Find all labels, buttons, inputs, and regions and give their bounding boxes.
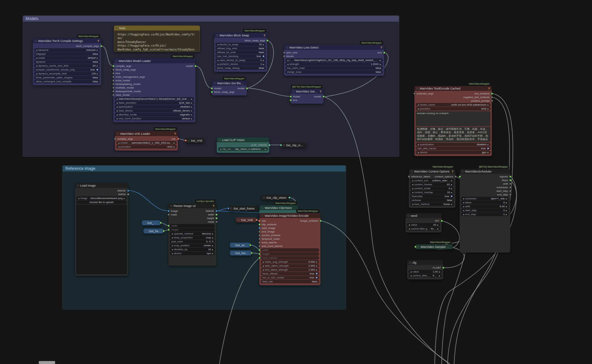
- widget-row[interactable]: scheduler: [461, 186, 509, 189]
- output-port[interactable]: [249, 244, 252, 246]
- widget-value[interactable]: dpm++_sde: [491, 197, 505, 200]
- toggle-on-icon[interactable]: [97, 69, 98, 71]
- widget-row[interactable]: ◀noise_aug_strength0.000▶: [261, 260, 319, 264]
- widget-row[interactable]: modelmodel: [292, 95, 322, 98]
- decrement-arrow-icon[interactable]: ◀: [116, 102, 118, 104]
- widget-row[interactable]: ◀WanVideo\SteadyDancer\Wan2.1-SteadyDanc…: [115, 97, 194, 101]
- increment-arrow-icon[interactable]: ▶: [451, 203, 452, 205]
- widget-row[interactable]: tiled_vaefalse: [261, 280, 319, 283]
- widget-row[interactable]: add_cond_latents: [261, 244, 319, 248]
- decrement-arrow-icon[interactable]: ◀: [116, 106, 118, 108]
- widget-row[interactable]: ◀value1.00▶: [408, 270, 442, 273]
- decrement-arrow-icon[interactable]: ◀: [287, 59, 289, 61]
- widget-value[interactable]: 6: [503, 201, 505, 204]
- collapse-dot-icon[interactable]: [407, 215, 409, 217]
- decrement-arrow-icon[interactable]: ◀: [410, 271, 412, 273]
- node-load-clip-vision[interactable]: Load CLIP VisionCLIP_VISION◀clip_namecli…: [217, 137, 269, 153]
- decrement-arrow-icon[interactable]: ◀: [262, 265, 264, 267]
- widget-value[interactable]: 64: [93, 64, 96, 67]
- collapse-dot-icon[interactable]: [116, 27, 118, 29]
- widget-row[interactable]: end_image: [261, 230, 319, 233]
- converted-input-field[interactable]: num_frames: [262, 256, 277, 259]
- widget-row[interactable]: ◀end_latent_strength1.000▶: [261, 268, 319, 272]
- widget-row[interactable]: ◀fuse_methodlinear▶: [410, 202, 454, 206]
- converted-input-field[interactable]: width: [262, 249, 269, 252]
- node-wanvideo-model-loader[interactable]: WanVideoWrapperWanVideo Model Loadercomp…: [113, 58, 195, 122]
- increment-arrow-icon[interactable]: ▶: [212, 244, 213, 247]
- widget-value[interactable]: offload_device: [173, 109, 190, 112]
- increment-arrow-icon[interactable]: ▶: [439, 274, 440, 277]
- note-text[interactable]: https://huggingface.co/Kijai/WanVideo_co…: [116, 31, 198, 52]
- decrement-arrow-icon[interactable]: ◀: [36, 65, 37, 67]
- decrement-arrow-icon[interactable]: ◀: [171, 252, 173, 254]
- increment-arrow-icon[interactable]: ▶: [506, 197, 507, 200]
- widget-row[interactable]: lora: [115, 71, 194, 75]
- increment-arrow-icon[interactable]: ▶: [212, 233, 213, 235]
- decrement-arrow-icon[interactable]: ◀: [287, 63, 289, 65]
- input-port[interactable]: [258, 257, 261, 259]
- help-icon[interactable]: ?: [174, 132, 176, 135]
- widget-row[interactable]: ◀clip_nameclip_vision_h.safetensors▶: [218, 147, 268, 151]
- increment-arrow-icon[interactable]: ▶: [451, 183, 452, 186]
- widget-row[interactable]: ◀dynamo_cache_size_limit64▶: [34, 64, 100, 68]
- help-icon[interactable]: ?: [320, 90, 322, 93]
- prompt-textarea[interactable]: 色调艳丽，过曝，静态，细节模糊不清，字幕，风格，作品，画作，画面，静止，整体发灰…: [416, 127, 491, 142]
- node-seed[interactable]: seedINT◀value42▶◀control after ge...fixe…: [406, 213, 442, 233]
- widget-value[interactable]: default: [88, 56, 96, 59]
- decrement-arrow-icon[interactable]: ◀: [412, 179, 413, 182]
- widget-row[interactable]: fullgraphfalse: [34, 52, 100, 56]
- decrement-arrow-icon[interactable]: ◀: [463, 205, 464, 208]
- input-port[interactable]: [112, 72, 115, 74]
- collapse-dot-icon[interactable]: [77, 185, 79, 187]
- help-icon[interactable]: ?: [488, 87, 490, 90]
- decrement-arrow-icon[interactable]: ◀: [171, 236, 173, 239]
- decrement-arrow-icon[interactable]: ◀: [412, 183, 413, 186]
- widget-row[interactable]: MASK: [76, 192, 127, 196]
- widget-value[interactable]: 0: [260, 59, 262, 62]
- widget-value[interactable]: fp16_fast: [179, 101, 190, 104]
- node-wanvideo-imagetovideo-encode[interactable]: WanVideoWrapperWanVideo ImageToVideo Enc…: [259, 213, 320, 285]
- widget-value[interactable]: true: [310, 272, 314, 275]
- widget-value[interactable]: 1.0000: [371, 63, 379, 66]
- increment-arrow-icon[interactable]: ▶: [173, 146, 175, 148]
- decrement-arrow-icon[interactable]: ◀: [262, 269, 264, 271]
- output-port[interactable]: [441, 220, 443, 222]
- increment-arrow-icon[interactable]: ▶: [212, 248, 213, 251]
- input-port[interactable]: [185, 139, 187, 142]
- node-wanvideoscheduler[interactable]: [BETA] WanVideoWrapperWanVideoSchedulers…: [460, 169, 510, 253]
- input-port[interactable]: [283, 55, 285, 57]
- increment-arrow-icon[interactable]: ▶: [487, 104, 489, 106]
- decrement-arrow-icon[interactable]: ◀: [463, 201, 464, 204]
- increment-arrow-icon[interactable]: ▶: [506, 201, 507, 204]
- toggle-on-icon[interactable]: [487, 148, 489, 149]
- widget-value[interactable]: clip_vision_h.safetensors: [235, 148, 264, 151]
- widget-value[interactable]: WanVideo\SteadyDancer\Wan2.1-SteadyDance…: [119, 97, 190, 100]
- widget-value[interactable]: fixed: [431, 227, 436, 230]
- input-port[interactable]: [112, 79, 115, 82]
- widget-row[interactable]: verbosefalse: [410, 198, 454, 202]
- widget-value[interactable]: default: [182, 117, 190, 120]
- increment-arrow-icon[interactable]: ▶: [265, 148, 266, 150]
- node-cfg[interactable]: cfgFLOAT◀value1.00▶◀control_after_ge..fi…: [407, 260, 443, 279]
- decrement-arrow-icon[interactable]: ◀: [417, 151, 419, 153]
- widget-row[interactable]: end_step: [461, 193, 509, 196]
- help-icon[interactable]: ?: [264, 34, 266, 37]
- widget-row[interactable]: torch_compile_args: [34, 44, 100, 48]
- node-wanvideo-vae-loader[interactable]: WanVideoWrapperWanVideo VAE Loader?compi…: [115, 131, 178, 151]
- collapse-dot-icon[interactable]: [263, 197, 265, 199]
- decrement-arrow-icon[interactable]: ◀: [417, 104, 419, 106]
- increment-arrow-icon[interactable]: ▶: [191, 113, 192, 116]
- widget-row[interactable]: ◀end_step-1▶: [461, 212, 509, 216]
- input-port[interactable]: [258, 241, 261, 244]
- collapse-dot-icon[interactable]: [286, 47, 288, 49]
- collapse-dot-icon[interactable]: [238, 219, 240, 221]
- widget-row[interactable]: steps: [461, 178, 509, 182]
- widget-value[interactable]: 5.00: [500, 205, 505, 208]
- collapse-dot-icon[interactable]: [283, 144, 285, 146]
- increment-arrow-icon[interactable]: ▶: [437, 228, 439, 230]
- decrement-arrow-icon[interactable]: ◀: [463, 197, 464, 200]
- widget-value[interactable]: sageattn: [180, 113, 190, 116]
- output-port[interactable]: [319, 220, 322, 222]
- widget-row[interactable]: FLOAT: [408, 266, 442, 270]
- increment-arrow-icon[interactable]: ▶: [451, 187, 452, 190]
